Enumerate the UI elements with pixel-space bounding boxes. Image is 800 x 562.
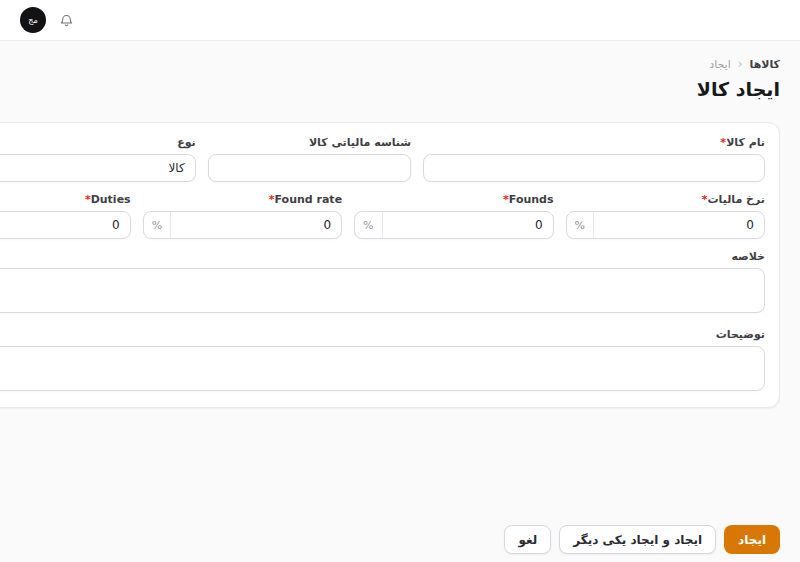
name-label: نام کالا*	[423, 135, 765, 150]
create-and-create-another-button[interactable]: ایجاد و ایجاد یکی دیگر	[559, 525, 716, 554]
percent-suffix: %	[355, 212, 382, 238]
summary-field: خلاصه	[0, 249, 765, 317]
name-input-wrap	[423, 154, 765, 182]
tax-rate-field: نرخ مالیات* %	[566, 192, 765, 239]
breadcrumb-products-link[interactable]: کالاها	[750, 58, 780, 71]
main-form-card: نام کالا* شناسه مالیاتی کالا نوع کالا	[0, 122, 780, 408]
tax-rate-input-wrap: %	[566, 211, 765, 239]
tax-rate-label: نرخ مالیات*	[566, 192, 765, 207]
tax-id-field: شناسه مالیاتی کالا	[208, 135, 411, 182]
form-layout: نام کالا* شناسه مالیاتی کالا نوع کالا	[20, 122, 780, 508]
cancel-button[interactable]: لغو	[504, 525, 551, 554]
type-select[interactable]: کالا	[0, 154, 196, 182]
found-rate-input[interactable]	[171, 212, 341, 238]
duties-field: Duties* %	[0, 192, 131, 239]
type-field: نوع کالا	[0, 135, 196, 182]
user-avatar[interactable]: مج	[20, 7, 46, 33]
percent-suffix: %	[144, 212, 171, 238]
name-input[interactable]	[424, 155, 764, 181]
found-rate-input-wrap: %	[143, 211, 342, 239]
notifications-bell-icon[interactable]	[59, 13, 74, 28]
summary-label: خلاصه	[0, 249, 765, 264]
duties-label: Duties*	[0, 192, 131, 207]
top-bar: مج	[0, 0, 800, 41]
page-title: ایجاد کالا	[20, 78, 780, 100]
breadcrumb-separator-icon: ‹	[738, 57, 743, 71]
breadcrumb-current: ایجاد	[709, 58, 730, 71]
tax-rate-input[interactable]	[594, 212, 764, 238]
duties-input-wrap: %	[0, 211, 131, 239]
breadcrumb: کالاها ‹ ایجاد	[20, 57, 780, 71]
tax-id-label: شناسه مالیاتی کالا	[208, 135, 411, 150]
description-field: توضیحات	[0, 327, 765, 395]
found-rate-label: Found rate*	[143, 192, 342, 207]
founds-input-wrap: %	[354, 211, 553, 239]
description-textarea[interactable]	[0, 346, 765, 391]
row-rates: نرخ مالیات* % Founds* % Found rate*	[0, 192, 765, 239]
summary-textarea[interactable]	[0, 268, 765, 313]
create-button[interactable]: ایجاد	[724, 525, 780, 554]
found-rate-field: Found rate* %	[143, 192, 342, 239]
name-field: نام کالا*	[423, 135, 765, 182]
founds-field: Founds* %	[354, 192, 553, 239]
avatar-initials: مج	[28, 16, 37, 25]
tax-id-input-wrap	[208, 154, 411, 182]
row-identity: نام کالا* شناسه مالیاتی کالا نوع کالا	[0, 135, 765, 182]
founds-label: Founds*	[354, 192, 553, 207]
founds-input[interactable]	[383, 212, 553, 238]
type-select-value: کالا	[168, 161, 184, 175]
duties-input[interactable]	[0, 212, 130, 238]
tax-id-input[interactable]	[209, 155, 410, 181]
type-label: نوع	[0, 135, 196, 150]
percent-suffix: %	[567, 212, 594, 238]
page-content: کالاها ‹ ایجاد ایجاد کالا نام کالا* شناس…	[0, 41, 800, 554]
description-label: توضیحات	[0, 327, 765, 342]
form-actions: ایجاد ایجاد و ایجاد یکی دیگر لغو	[20, 525, 780, 554]
